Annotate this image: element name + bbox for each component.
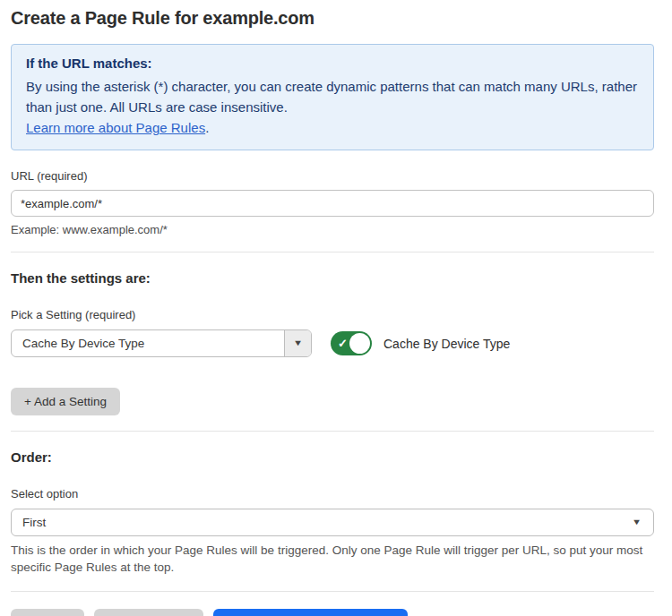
toggle-knob [349, 333, 370, 354]
chevron-down-icon: ▼ [293, 339, 303, 347]
setting-dropdown-caret-button[interactable]: ▼ [284, 330, 311, 356]
cache-by-device-type-toggle[interactable]: ✓ [331, 331, 372, 355]
link-suffix: . [205, 120, 209, 135]
info-box-link-line: Learn more about Page Rules. [26, 117, 639, 138]
form-footer: Cancel Save as Draft Save and Deploy Pag… [11, 609, 654, 616]
settings-section-heading: Then the settings are: [11, 270, 654, 286]
pick-setting-label: Pick a Setting (required) [11, 308, 654, 321]
order-help-text: This is the order in which your Page Rul… [11, 542, 654, 576]
create-page-rule-form: Create a Page Rule for example.com If th… [0, 0, 672, 616]
learn-more-link[interactable]: Learn more about Page Rules [26, 120, 205, 135]
save-and-deploy-button[interactable]: Save and Deploy Page Rule [213, 609, 409, 616]
divider [11, 252, 654, 252]
order-dropdown-value: First [22, 516, 46, 529]
chevron-down-icon: ▼ [632, 518, 642, 526]
check-icon: ✓ [338, 338, 348, 349]
order-section-heading: Order: [11, 449, 654, 465]
url-example-hint: Example: www.example.com/* [11, 223, 654, 236]
url-input[interactable] [11, 190, 654, 217]
toggle-label: Cache By Device Type [383, 337, 510, 351]
url-field-label: URL (required) [11, 169, 654, 183]
cancel-button[interactable]: Cancel [11, 609, 84, 616]
divider [11, 431, 654, 432]
save-as-draft-button[interactable]: Save as Draft [94, 609, 203, 616]
order-select-label: Select option [11, 487, 654, 500]
order-dropdown[interactable]: First ▼ [11, 509, 654, 536]
setting-row: Cache By Device Type ▼ ✓ Cache By Device… [11, 329, 654, 357]
url-match-info-box: If the URL matches: By using the asteris… [11, 44, 654, 150]
setting-dropdown-value: Cache By Device Type [12, 330, 284, 356]
info-box-heading: If the URL matches: [26, 56, 639, 71]
add-setting-button[interactable]: + Add a Setting [11, 388, 120, 415]
divider [11, 591, 654, 592]
setting-dropdown[interactable]: Cache By Device Type ▼ [11, 329, 312, 357]
info-box-body: By using the asterisk (*) character, you… [26, 76, 639, 117]
page-title: Create a Page Rule for example.com [11, 8, 654, 29]
